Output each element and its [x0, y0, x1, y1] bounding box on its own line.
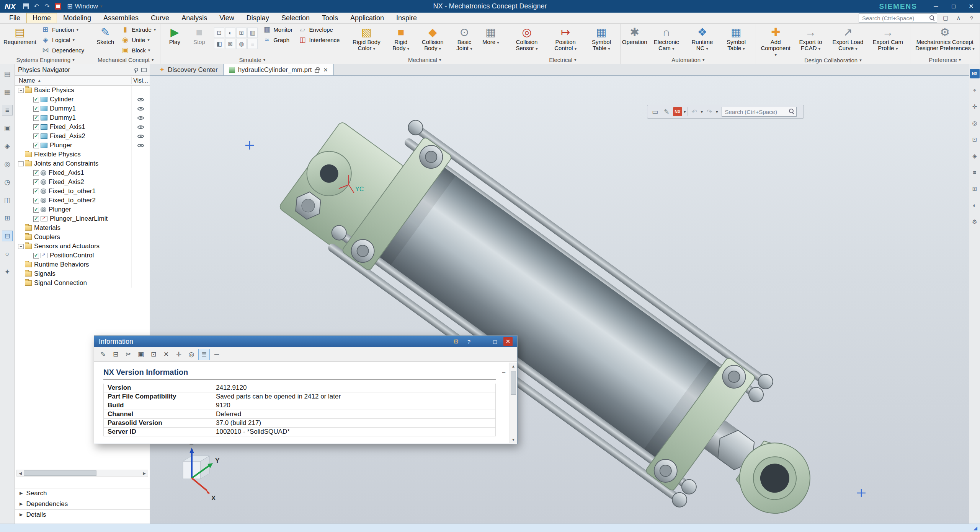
right-toolbar-icon[interactable]: ◐ — [970, 200, 980, 210]
tree-expander-icon[interactable] — [26, 171, 32, 176]
tree-item[interactable]: − Joints and Constraints — [15, 159, 150, 168]
visibility-cell[interactable] — [131, 187, 150, 196]
scrollbar-thumb[interactable] — [511, 371, 516, 395]
ribbon-button[interactable]: → Export Cam Profile ▾ — [868, 24, 908, 52]
tree-expander-icon[interactable]: − — [18, 161, 24, 166]
resource-bar-icon[interactable]: ⊟ — [2, 231, 13, 241]
menu-item[interactable]: Inspire — [390, 13, 423, 23]
redo-icon[interactable]: ↷ — [704, 107, 714, 117]
tree-expander-icon[interactable] — [18, 281, 24, 286]
scroll-left-icon[interactable]: ◀ — [17, 470, 24, 476]
resource-bar-icon[interactable]: ⊞ — [2, 213, 13, 223]
ribbon-group-label[interactable]: Automation▾ — [622, 56, 754, 64]
tree-item[interactable]: Runtime Behaviors — [15, 260, 150, 269]
menu-item[interactable]: View — [213, 13, 240, 23]
chevron-down-icon[interactable]: ▾ — [701, 109, 703, 114]
visibility-cell[interactable] — [131, 269, 150, 278]
chevron-down-icon[interactable]: ▾ — [684, 109, 686, 114]
visibility-cell[interactable] — [131, 260, 150, 269]
menu-item[interactable]: Application — [344, 13, 390, 23]
dialog-toolbar-icon[interactable]: ▣ — [135, 349, 147, 360]
graphics-window[interactable]: YC Z Y X ▭ ✎ NX ▾ ↶ ▾ ↷ — [150, 76, 969, 524]
tree-item[interactable]: PositionControl — [15, 251, 150, 260]
tree-item[interactable]: Fixed_Axis1 — [15, 168, 150, 177]
redo-icon[interactable]: ↷ — [42, 2, 52, 11]
menubar-utility-icon[interactable]: ? — [967, 13, 976, 23]
visibility-cell[interactable] — [131, 150, 150, 159]
resource-bar-icon[interactable]: ◫ — [2, 195, 13, 205]
tree-item[interactable]: Dummy1 — [15, 113, 150, 122]
tree-item[interactable]: Fixed_to_other1 — [15, 187, 150, 196]
ribbon-button[interactable]: ◈ Logical ▾ — [39, 35, 89, 45]
ribbon-button[interactable]: ◎ Collision Sensor ▾ — [507, 24, 546, 52]
close-dialog-button[interactable]: ✕ — [503, 337, 513, 346]
menu-item[interactable]: Analysis — [175, 13, 213, 23]
menubar-utility-icon[interactable]: ▢ — [941, 13, 950, 23]
visibility-cell[interactable] — [131, 278, 150, 288]
tree-expander-icon[interactable] — [18, 226, 24, 231]
ribbon-button[interactable]: ⊙ Basic Joint ▾ — [450, 24, 479, 52]
tree-expander-icon[interactable] — [18, 152, 24, 157]
collapse-section-icon[interactable]: − — [502, 369, 506, 376]
visibility-cell[interactable] — [131, 113, 150, 122]
3d-scene[interactable]: YC Z Y X — [150, 76, 969, 524]
minimize-button[interactable]: ─ — [927, 0, 945, 13]
tree-expander-icon[interactable] — [26, 97, 32, 102]
resource-bar-icon[interactable]: ≡ — [2, 105, 13, 116]
ribbon-group-label[interactable]: Mechanical Concept▾ — [93, 56, 158, 64]
dialog-toolbar-icon[interactable]: ✎ — [97, 349, 109, 360]
menu-item[interactable]: Home — [26, 13, 57, 23]
tree-expander-icon[interactable]: − — [18, 244, 24, 249]
viewport-search-input[interactable] — [722, 107, 797, 117]
tree-checkbox[interactable] — [33, 115, 39, 121]
ribbon-button[interactable]: ▣ Block ▾ — [119, 45, 158, 55]
right-toolbar-icon[interactable]: ≡ — [970, 168, 980, 177]
tree-item[interactable]: Signals — [15, 269, 150, 278]
resource-bar-icon[interactable]: ✦ — [2, 267, 13, 277]
command-search-input[interactable] — [859, 13, 937, 23]
tree-checkbox[interactable] — [33, 216, 39, 222]
right-toolbar-icon[interactable]: NX — [970, 69, 980, 78]
tree-item[interactable]: Signal Connection — [15, 278, 150, 288]
ribbon-button[interactable]: ↗ Export Load Curve ▾ — [828, 24, 868, 52]
visibility-cell[interactable] — [131, 233, 150, 242]
resource-bar-icon[interactable]: ▤ — [2, 69, 13, 80]
ribbon-button[interactable]: ✎ Sketch — [93, 24, 118, 46]
display-style-icon[interactable]: ▭ — [650, 107, 660, 117]
ribbon-button[interactable]: ◉ Unite ▾ — [119, 35, 158, 45]
column-visibility[interactable]: Visi... — [131, 77, 150, 84]
menu-item[interactable]: File — [3, 13, 26, 23]
ribbon-button[interactable]: → Export to ECAD ▾ — [793, 24, 828, 52]
visibility-cell[interactable] — [131, 104, 150, 113]
gear-icon[interactable]: ⚙ — [451, 337, 461, 346]
right-toolbar-icon[interactable]: ⊞ — [970, 184, 980, 194]
dialog-toolbar-icon[interactable]: ✂ — [122, 349, 134, 360]
tree-checkbox[interactable] — [33, 124, 39, 130]
resource-bar-icon[interactable]: ○ — [2, 249, 13, 259]
section-details[interactable]: ▶ Details — [15, 509, 150, 519]
tree-expander-icon[interactable] — [26, 180, 32, 185]
tree-checkbox[interactable] — [33, 207, 39, 213]
right-toolbar-icon[interactable]: ⚙ — [970, 217, 980, 226]
visibility-cell[interactable] — [131, 223, 150, 233]
tree-item[interactable]: Fixed_Axis2 — [15, 132, 150, 141]
ribbon-button[interactable]: ▤ Requirement — [2, 24, 38, 46]
ribbon-button[interactable]: ✚ Add Component ▾ — [758, 24, 793, 59]
visibility-cell[interactable] — [131, 251, 150, 260]
edit-object-icon[interactable]: ✎ — [662, 107, 671, 117]
visibility-cell[interactable] — [131, 196, 150, 205]
tree-expander-icon[interactable]: − — [18, 88, 24, 93]
simulate-tool-icon[interactable]: ◍ — [236, 39, 247, 49]
ribbon-button[interactable]: ▦ Symbol Table ▾ — [719, 24, 754, 52]
close-button[interactable]: ✕ — [962, 0, 980, 13]
tree-item[interactable]: Plunger_LinearLimit — [15, 214, 150, 223]
view-triad[interactable]: Z Y X — [183, 439, 220, 502]
tree-expander-icon[interactable] — [26, 216, 32, 221]
dialog-toolbar-icon[interactable]: ✛ — [173, 349, 185, 360]
ribbon-button[interactable]: ■ Rigid Body ▾ — [387, 24, 415, 52]
visibility-cell[interactable] — [131, 168, 150, 177]
tree-expander-icon[interactable] — [26, 207, 32, 212]
ribbon-button[interactable]: ▦ Symbol Table ▾ — [585, 24, 618, 52]
tree-expander-icon[interactable] — [26, 116, 32, 120]
ribbon-group-label[interactable]: Design Collaboration▾ — [758, 56, 908, 64]
